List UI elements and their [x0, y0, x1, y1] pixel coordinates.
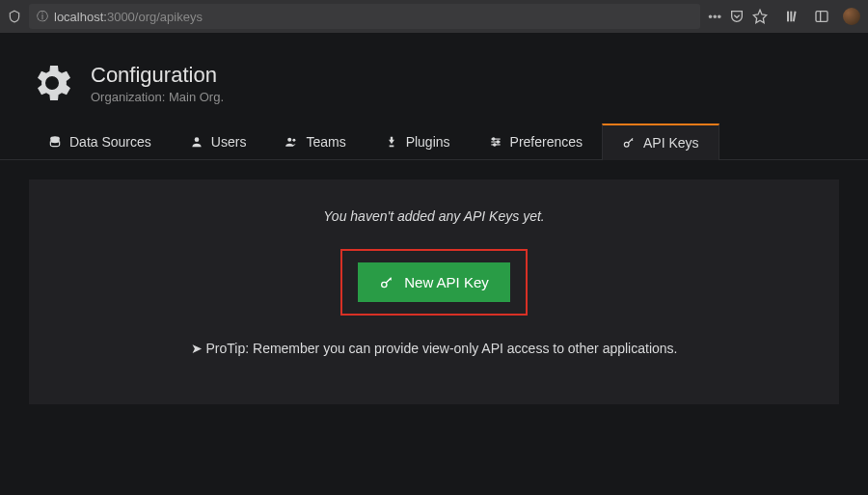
svg-rect-3	[816, 12, 827, 22]
tab-api-keys[interactable]: API Keys	[602, 124, 719, 160]
highlight-annotation: New API Key	[340, 249, 528, 316]
tab-teams[interactable]: Teams	[265, 124, 365, 159]
bookmark-star-icon[interactable]	[752, 9, 768, 24]
key-icon	[622, 136, 636, 150]
svg-point-16	[382, 282, 387, 287]
page-title: Configuration	[91, 63, 224, 88]
tab-label: API Keys	[643, 135, 699, 151]
tab-label: Users	[211, 134, 247, 150]
svg-point-8	[293, 138, 296, 141]
rocket-icon: ➤	[191, 341, 203, 356]
tab-bar: Data Sources Users Teams Plugins Prefere…	[0, 124, 868, 160]
svg-point-15	[624, 142, 629, 147]
svg-rect-0	[787, 12, 789, 22]
sidebar-icon[interactable]	[814, 9, 829, 24]
tab-label: Data Sources	[69, 134, 151, 150]
users-icon	[285, 135, 298, 149]
shield-icon	[8, 10, 21, 23]
svg-point-6	[194, 137, 199, 142]
database-icon	[48, 135, 62, 149]
svg-point-13	[497, 140, 499, 142]
tab-data-sources[interactable]: Data Sources	[29, 124, 171, 159]
browser-address-bar: ⓘ localhost:3000/org/apikeys •••	[0, 0, 868, 33]
svg-rect-2	[793, 12, 797, 22]
svg-rect-1	[790, 12, 792, 22]
protip-text: ➤ProTip: Remember you can provide view-o…	[48, 341, 820, 356]
svg-point-7	[288, 137, 292, 141]
user-icon	[190, 135, 203, 149]
svg-point-12	[492, 137, 494, 139]
key-icon	[379, 275, 394, 290]
tab-label: Teams	[306, 134, 345, 150]
tab-preferences[interactable]: Preferences	[470, 124, 602, 159]
profile-avatar[interactable]	[843, 8, 860, 25]
info-icon: ⓘ	[37, 9, 48, 25]
pocket-icon[interactable]	[729, 9, 745, 24]
tab-users[interactable]: Users	[171, 124, 266, 159]
button-label: New API Key	[404, 274, 489, 290]
svg-point-14	[493, 143, 495, 145]
tab-label: Plugins	[406, 134, 450, 150]
content-panel: You haven't added any API Keys yet. New …	[29, 179, 839, 404]
library-icon[interactable]	[785, 9, 800, 24]
tab-plugins[interactable]: Plugins	[366, 124, 470, 159]
more-icon[interactable]: •••	[708, 10, 721, 24]
url-text: localhost:3000/org/apikeys	[54, 10, 203, 24]
new-api-key-button[interactable]: New API Key	[358, 262, 510, 302]
page-header: Configuration Organization: Main Org.	[0, 33, 868, 124]
empty-state-message: You haven't added any API Keys yet.	[48, 208, 820, 224]
page-subtitle: Organization: Main Org.	[91, 90, 224, 104]
tab-label: Preferences	[510, 134, 583, 150]
plug-icon	[385, 135, 398, 149]
gear-icon	[29, 60, 75, 106]
url-input[interactable]: ⓘ localhost:3000/org/apikeys	[29, 4, 700, 29]
sliders-icon	[489, 135, 502, 149]
